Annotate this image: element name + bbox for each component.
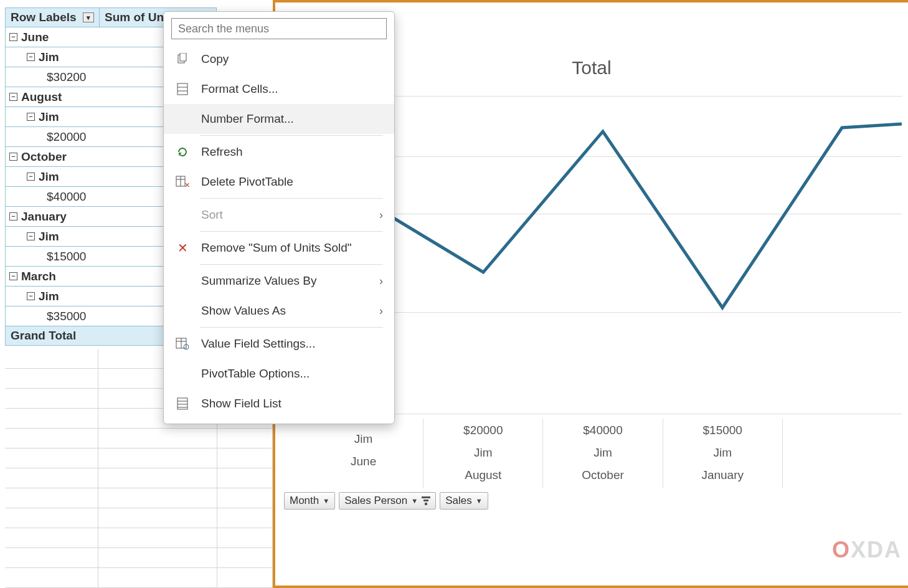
menu-value-field-settings-label: Value Field Settings...: [201, 337, 383, 351]
chart-x-axis: Jim June $20000 Jim August $40000 Jim Oc…: [304, 419, 902, 488]
x-axis-value: $15000: [663, 424, 782, 437]
pivot-person-label: Jim: [39, 50, 59, 64]
filter-icon[interactable]: ▾: [83, 12, 94, 22]
pivot-person-label: Jim: [39, 230, 59, 244]
filter-month-button[interactable]: Month ▼: [284, 492, 335, 510]
menu-show-field-list-label: Show Field List: [201, 397, 383, 410]
pivot-value-label: $15000: [47, 250, 86, 263]
pivot-month-label: August: [21, 90, 62, 104]
pivot-person-label: Jim: [39, 290, 59, 303]
menu-format-cells-label: Format Cells...: [201, 82, 383, 96]
menu-search-input[interactable]: [171, 18, 387, 39]
remove-icon: ✕: [175, 240, 190, 255]
svg-rect-1: [180, 53, 186, 61]
menu-summarize-values-by[interactable]: Summarize Values By ›: [164, 266, 394, 296]
pivot-month-label: October: [21, 150, 67, 164]
copy-icon: [175, 52, 190, 67]
filter-month-label: Month: [290, 495, 319, 507]
watermark-o: O: [832, 537, 851, 562]
delete-pivot-icon: ✕: [175, 174, 190, 189]
collapse-icon[interactable]: −: [9, 33, 17, 41]
menu-copy[interactable]: Copy: [164, 44, 394, 74]
watermark: OXDA: [832, 537, 902, 563]
funnel-icon: [422, 496, 430, 505]
menu-show-values-as[interactable]: Show Values As ›: [164, 296, 394, 326]
x-axis-month: August: [423, 468, 542, 482]
menu-refresh-label: Refresh: [201, 145, 383, 159]
menu-number-format-label: Number Format...: [201, 112, 383, 126]
menu-sort-label: Sort: [201, 208, 379, 222]
x-axis-month: June: [304, 455, 423, 468]
menu-value-field-settings[interactable]: Value Field Settings...: [164, 329, 394, 359]
menu-show-values-as-label: Show Values As: [201, 304, 379, 318]
menu-pivottable-options-label: PivotTable Options...: [201, 367, 383, 381]
refresh-icon: [175, 145, 190, 159]
field-list-icon: [175, 396, 190, 411]
chevron-right-icon: ›: [379, 305, 383, 318]
pivot-person-label: Jim: [39, 170, 59, 184]
chevron-right-icon: ›: [379, 209, 383, 222]
collapse-icon[interactable]: −: [9, 153, 17, 161]
collapse-icon[interactable]: −: [27, 113, 35, 121]
collapse-icon[interactable]: −: [27, 232, 35, 240]
menu-number-format[interactable]: Number Format...: [164, 104, 394, 134]
x-axis-month: January: [663, 468, 782, 482]
pivot-value-label: $35000: [47, 310, 86, 323]
menu-separator: [200, 198, 383, 199]
x-axis-tick: $15000 Jim January: [663, 419, 783, 488]
filter-sales-label: Sales: [445, 495, 472, 507]
menu-separator: [200, 327, 383, 328]
svg-rect-2: [177, 83, 187, 95]
x-axis-tick: [783, 419, 902, 488]
menu-remove-field[interactable]: ✕ Remove "Sum of Units Sold": [164, 233, 394, 263]
chevron-down-icon: ▼: [476, 497, 483, 505]
x-axis-tick: $20000 Jim August: [423, 419, 543, 488]
collapse-icon[interactable]: −: [9, 212, 17, 220]
x-axis-person: Jim: [304, 432, 423, 446]
chevron-down-icon: ▼: [411, 497, 418, 505]
pivot-value-label: $20000: [47, 130, 86, 144]
filter-sales-button[interactable]: Sales ▼: [440, 492, 488, 510]
menu-separator: [200, 231, 383, 232]
pivot-month-label: March: [21, 270, 56, 283]
pivot-value-label: $40000: [47, 190, 86, 204]
collapse-icon[interactable]: −: [27, 53, 35, 61]
x-axis-tick: $40000 Jim October: [543, 419, 663, 488]
menu-summarize-label: Summarize Values By: [201, 274, 379, 288]
header-row-labels-text: Row Labels: [11, 11, 77, 24]
menu-sort[interactable]: Sort ›: [164, 200, 394, 230]
x-axis-value: $40000: [543, 424, 662, 437]
collapse-icon[interactable]: −: [9, 93, 17, 101]
filter-sales-person-button[interactable]: Sales Person ▼: [339, 492, 436, 510]
menu-copy-label: Copy: [201, 52, 383, 66]
menu-refresh[interactable]: Refresh: [164, 137, 394, 167]
pivot-month-label: January: [21, 210, 67, 224]
chevron-right-icon: ›: [379, 275, 383, 288]
format-cells-icon: [175, 82, 190, 97]
menu-delete-pivottable[interactable]: ✕ Delete PivotTable: [164, 167, 394, 197]
x-axis-tick: Jim June: [304, 419, 423, 488]
x-axis-value: $20000: [423, 424, 542, 437]
collapse-icon[interactable]: −: [9, 272, 17, 280]
context-menu: Copy Format Cells... Number Format... Re…: [163, 11, 395, 424]
header-sum-of-text: Sum of Un: [105, 11, 164, 24]
pivot-month-label: June: [21, 31, 49, 44]
header-row-labels[interactable]: Row Labels ▾: [5, 7, 100, 27]
filter-sales-person-label: Sales Person: [344, 495, 407, 507]
svg-text:✕: ✕: [184, 181, 189, 188]
chevron-down-icon: ▼: [323, 497, 329, 505]
menu-show-field-list[interactable]: Show Field List: [164, 389, 394, 419]
menu-separator: [200, 135, 383, 136]
watermark-xda: XDA: [851, 537, 902, 562]
menu-format-cells[interactable]: Format Cells...: [164, 74, 394, 104]
collapse-icon[interactable]: −: [27, 173, 35, 181]
menu-separator: [200, 264, 383, 265]
value-field-settings-icon: [175, 336, 190, 351]
x-axis-person: Jim: [663, 446, 782, 460]
menu-pivottable-options[interactable]: PivotTable Options...: [164, 359, 394, 389]
chart-filter-bar: Month ▼ Sales Person ▼ Sales ▼: [284, 492, 488, 510]
collapse-icon[interactable]: −: [27, 292, 35, 300]
menu-remove-field-label: Remove "Sum of Units Sold": [201, 241, 383, 255]
pivot-value-label: $30200: [47, 70, 86, 84]
x-axis-month: October: [543, 468, 662, 482]
